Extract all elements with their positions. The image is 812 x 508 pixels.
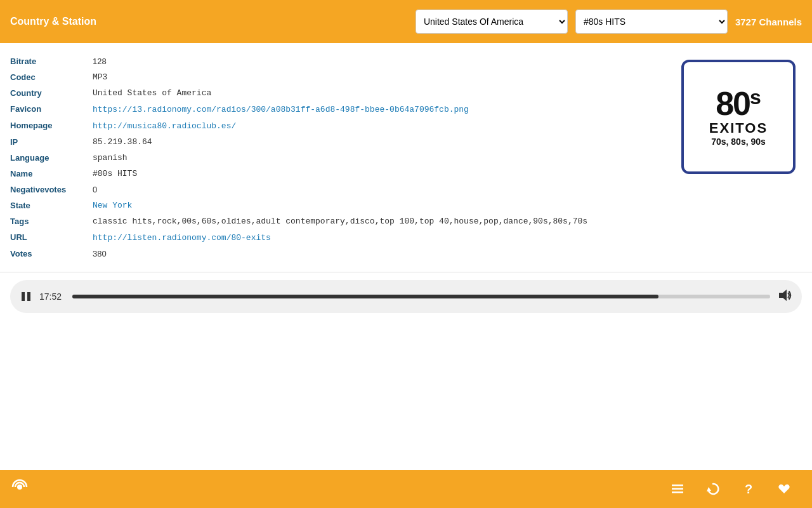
language-label: Language (10, 150, 93, 166)
table-row: Favicon https://i3.radionomy.com/radios/… (10, 101, 665, 117)
svg-point-3 (17, 485, 22, 490)
ip-value: 85.219.38.64 (93, 134, 665, 150)
svg-rect-6 (672, 491, 683, 493)
svg-rect-5 (672, 488, 683, 490)
favicon-label: Favicon (10, 101, 93, 117)
tags-value: classic hits,rock,00s,60s,oldies,adult c… (93, 213, 665, 229)
station-logo: 80 s EXITOS 70s, 80s, 90s (675, 53, 802, 180)
table-row: Homepage http://musica80.radioclub.es/ (10, 117, 665, 134)
url-value[interactable]: http://listen.radionomy.com/80-exits (93, 229, 665, 246)
pause-icon (20, 291, 32, 302)
logo-years: 70s, 80s, 90s (711, 137, 766, 147)
table-row: Bitrate 128 (10, 53, 665, 69)
channel-count: 3727 Channels (735, 17, 802, 27)
codec-label: Codec (10, 69, 93, 85)
table-row: Tags classic hits,rock,00s,60s,oldies,ad… (10, 213, 665, 229)
logo-s: s (750, 87, 761, 107)
bottom-bar: ? (0, 470, 812, 508)
table-row: Codec MP3 (10, 69, 665, 85)
logo-box: 80 s EXITOS 70s, 80s, 90s (681, 60, 796, 174)
homepage-label: Homepage (10, 117, 93, 134)
svg-rect-4 (672, 485, 683, 486)
language-value: spanish (93, 150, 665, 166)
name-value: #80s HITS (93, 166, 665, 182)
refresh-button[interactable] (695, 470, 731, 508)
svg-marker-2 (779, 290, 787, 301)
player: 17:52 (10, 280, 802, 313)
table-row: Name #80s HITS (10, 166, 665, 182)
bitrate-value: 128 (93, 53, 665, 69)
homepage-value[interactable]: http://musica80.radioclub.es/ (93, 117, 665, 134)
votes-value: 380 (93, 246, 665, 262)
table-row: IP 85.219.38.64 (10, 134, 665, 150)
state-label: State (10, 197, 93, 213)
player-progress-fill (72, 295, 658, 298)
heart-icon (777, 482, 791, 496)
info-table: Bitrate 128 Codec MP3 Country United Sta… (10, 53, 665, 262)
svg-marker-7 (707, 487, 711, 491)
state-value: New York (93, 197, 665, 213)
list-icon (671, 482, 684, 496)
tags-label: Tags (10, 213, 93, 229)
volume-button[interactable] (778, 288, 792, 305)
table-row: Votes 380 (10, 246, 665, 262)
country-select[interactable]: United States Of AmericaUnited KingdomGe… (416, 10, 568, 34)
bitrate-label: Bitrate (10, 53, 93, 69)
player-time: 17:52 (39, 291, 65, 302)
favorite-button[interactable] (766, 470, 802, 508)
table-row: Negativevotes 0 (10, 182, 665, 197)
negativevotes-label: Negativevotes (10, 182, 93, 197)
codec-value: MP3 (93, 69, 665, 85)
votes-label: Votes (10, 246, 93, 262)
main-content: Bitrate 128 Codec MP3 Country United Sta… (0, 43, 812, 272)
svg-rect-0 (22, 292, 25, 301)
refresh-icon (706, 482, 720, 496)
help-icon: ? (745, 482, 752, 497)
pause-button[interactable] (20, 291, 32, 302)
negativevotes-value: 0 (93, 182, 665, 197)
svg-rect-1 (27, 292, 30, 301)
list-button[interactable] (660, 470, 695, 508)
radio-broadcast-icon (10, 478, 29, 497)
table-row: State New York (10, 197, 665, 213)
country-label: Country (10, 85, 93, 101)
favicon-value[interactable]: https://i3.radionomy.com/radios/300/a08b… (93, 101, 665, 117)
station-select[interactable]: #80s HITS#90s HITSClassic RockJazz FM (575, 10, 728, 34)
radio-icon (10, 478, 29, 500)
logo-80s: 80 (716, 87, 750, 120)
logo-exitos: EXITOS (709, 120, 768, 137)
help-button[interactable]: ? (731, 470, 766, 508)
table-row: URL http://listen.radionomy.com/80-exits (10, 229, 665, 246)
table-row: Language spanish (10, 150, 665, 166)
url-label: URL (10, 229, 93, 246)
name-label: Name (10, 166, 93, 182)
ip-label: IP (10, 134, 93, 150)
table-row: Country United States of America (10, 85, 665, 101)
header-title: Country & Station (10, 16, 408, 27)
player-progress-bar[interactable] (72, 295, 770, 298)
country-value: United States of America (93, 85, 665, 101)
bottom-actions: ? (660, 470, 802, 508)
volume-icon (778, 288, 792, 302)
header: Country & Station United States Of Ameri… (0, 0, 812, 43)
